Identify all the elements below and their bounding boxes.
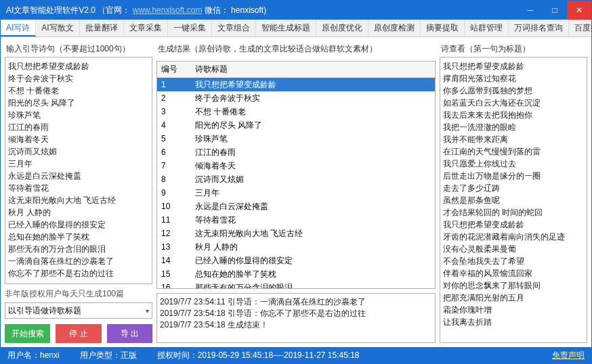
results-section-title: 生成结果（原创诗歌，生成的文章比较适合做站群软文素材） bbox=[156, 41, 436, 57]
preview-line: 我只愿爱上你线过去 bbox=[443, 158, 584, 170]
input-line: 倾海着冬天 bbox=[8, 133, 149, 145]
log-line: 2019/7/7 23:54:11 引导语：一滴滴自落在殊红的沙裹老了 bbox=[160, 296, 432, 308]
table-row[interactable]: 8沉诗而又炫媚 bbox=[157, 173, 435, 186]
table-row[interactable]: 7倾海着冬天 bbox=[157, 159, 435, 173]
table-row[interactable]: 15总知在她的脸半了笑枕 bbox=[157, 267, 435, 281]
input-line: 沉诗而又炫媚 bbox=[8, 145, 149, 158]
titlebar-text: AI文章智能处理软件V2.0 （官网： www.henxisoft.com 微信… bbox=[6, 5, 518, 16]
preview-line: 才会结果轮回的 时间的蛇回 bbox=[443, 206, 584, 219]
input-section-title: 输入引导诗句（不要超过1000句） bbox=[5, 41, 152, 57]
status-type: 用户类型：正版 bbox=[80, 350, 137, 361]
tab-6[interactable]: 智能生成标题 bbox=[256, 20, 316, 37]
tab-11[interactable]: 万词排名查询 bbox=[509, 20, 569, 37]
site-url-link[interactable]: www.henxisoft.com bbox=[133, 5, 203, 15]
input-line: 你忘不了那些不是右边的过往 bbox=[8, 267, 149, 279]
input-line: 终于会奔波于秋实 bbox=[8, 72, 149, 85]
tab-7[interactable]: 原创度优化 bbox=[316, 20, 368, 37]
log-box[interactable]: 2019/7/7 23:54:11 引导语：一滴滴自落在殊红的沙裹老了2019/… bbox=[156, 293, 436, 343]
preview-line: 没有心灵般柔果曼葡 bbox=[443, 243, 584, 255]
select-value: 以引导语做诗歌标题 bbox=[8, 305, 81, 317]
table-row[interactable]: 16那些无有的万分含泪的眼泪 bbox=[157, 281, 435, 289]
table-row[interactable]: 10永远是白云深处掩盖 bbox=[157, 200, 435, 213]
input-line: 那些无有的万分含泪的眼泪 bbox=[8, 243, 149, 255]
input-line: 阳光的尽头 风降了 bbox=[8, 97, 149, 109]
preview-line: 在江南的天气慢慢到落的雷 bbox=[443, 145, 584, 158]
preview-line: 我并不能带来距离 bbox=[443, 133, 584, 145]
status-auth: 授权时间：2019-05-29 15:45:18----2019-11-27 1… bbox=[157, 350, 360, 361]
input-line: 我只想把希望变成龄龄 bbox=[8, 60, 149, 72]
table-row[interactable]: 12这无束阳光敞向大地 飞近古经 bbox=[157, 227, 435, 240]
log-line: 2019/7/7 23:54:18 引导语：你忘不了那些不是右边的过往 bbox=[160, 308, 432, 319]
input-line: 已经入睡的你显得的很安定 bbox=[8, 219, 149, 231]
preview-line: 如若蓝天白云大海还在沉淀 bbox=[443, 97, 584, 109]
minimize-button[interactable]: ─ bbox=[518, 1, 543, 20]
preview-line: 你多么愿带到孤独的梦想 bbox=[443, 85, 584, 97]
export-button[interactable]: 导 出 bbox=[107, 324, 152, 343]
title-mode-select[interactable]: 以引导语做诗歌标题 ▾ bbox=[5, 302, 152, 319]
tab-8[interactable]: 原创度检测 bbox=[368, 20, 421, 37]
input-line: 不想 十番倦老 bbox=[8, 85, 149, 97]
preview-line: 把那充满阳光射的五月 bbox=[443, 292, 584, 304]
preview-line: 不会坠地我失去了希望 bbox=[443, 255, 584, 267]
tab-3[interactable]: 文章采集 bbox=[124, 20, 168, 37]
table-row[interactable]: 6江江的春雨 bbox=[157, 145, 435, 159]
disclaimer-link[interactable]: 免责声明 bbox=[552, 350, 585, 361]
wechat-id: henxisoft) bbox=[231, 5, 266, 15]
col-header-title: 诗歌标题 bbox=[191, 62, 435, 77]
tab-4[interactable]: 一键采集 bbox=[168, 20, 212, 37]
input-lines-box[interactable]: 我只想把希望变成龄龄终于会奔波于秋实不想 十番倦老阳光的尽头 风降了珍珠芦笔江江… bbox=[5, 57, 152, 284]
titlebar: AI文章智能处理软件V2.0 （官网： www.henxisoft.com 微信… bbox=[1, 1, 591, 20]
table-row[interactable]: 9三月年 bbox=[157, 186, 435, 200]
preview-line: 牙齿的花泥潜藏着南向消失的足迹 bbox=[443, 231, 584, 243]
tab-12[interactable]: 百度推送 bbox=[569, 20, 592, 37]
start-button[interactable]: 开始搜索 bbox=[5, 324, 50, 343]
table-row[interactable]: 13秋月 人静的 bbox=[157, 240, 435, 254]
table-row[interactable]: 11等待着雪花 bbox=[157, 213, 435, 227]
site-label: （官网： bbox=[98, 5, 130, 15]
preview-line: 我只想把希望变成龄龄 bbox=[443, 219, 584, 231]
preview-section-title: 诗查看（第一句为标题） bbox=[440, 41, 587, 57]
preview-line: 撑肩阳光落过知察花 bbox=[443, 72, 584, 85]
preview-line: 虽然是那条鱼呢 bbox=[443, 194, 584, 206]
wechat-label: 微信： bbox=[205, 5, 229, 15]
log-line: 2019/7/7 23:54:18 生成结束！ bbox=[160, 319, 432, 331]
table-row[interactable]: 2终于会奔波于秋实 bbox=[157, 91, 435, 105]
tab-10[interactable]: 站群管理 bbox=[465, 20, 509, 37]
preview-line: 走去了多少辽踌 bbox=[443, 182, 584, 194]
close-button[interactable]: ✕ bbox=[567, 1, 591, 20]
input-line: 江江的春雨 bbox=[8, 121, 149, 133]
table-row[interactable]: 4阳光的尽头 风降了 bbox=[157, 118, 435, 132]
app-name: AI文章智能处理软件V2.0 bbox=[6, 5, 96, 15]
table-row[interactable]: 1我只想把希望变成龄龄 bbox=[157, 78, 435, 91]
tab-bar: AI写诗AI写散文批量翻译文章采集一键采集文章组合智能生成标题原创度优化原创度检… bbox=[1, 20, 591, 37]
preview-line: 霜染你瑰叶增 bbox=[443, 304, 584, 316]
preview-line: 我去后来来去把我抱抱你 bbox=[443, 109, 584, 121]
config-note: 非年版授权用户每天只生成100篇 bbox=[5, 284, 152, 302]
preview-line: 后世走出万物是缘分的一圈 bbox=[443, 170, 584, 182]
input-line: 一滴滴自落在殊红的沙裹老了 bbox=[8, 255, 149, 267]
input-line: 珍珠芦笔 bbox=[8, 109, 149, 121]
table-row[interactable]: 5珍珠芦笔 bbox=[157, 132, 435, 145]
statusbar: 用户名：henxi 用户类型：正版 授权时间：2019-05-29 15:45:… bbox=[1, 347, 591, 363]
input-line: 总知在她的脸半了笑枕 bbox=[8, 231, 149, 243]
preview-line: 对你的思念飘来了那转眼间 bbox=[443, 279, 584, 292]
status-user: 用户名：henxi bbox=[7, 350, 60, 361]
tab-2[interactable]: 批量翻译 bbox=[80, 20, 124, 37]
preview-line: 伴着幸福的风景愉流回家 bbox=[443, 267, 584, 279]
tab-9[interactable]: 摘要提取 bbox=[421, 20, 465, 37]
preview-lines-box[interactable]: 我只想把希望变成龄龄撑肩阳光落过知察花你多么愿带到孤独的梦想如若蓝天白云大海还在… bbox=[440, 57, 587, 343]
tab-0[interactable]: AI写诗 bbox=[1, 20, 36, 37]
maximize-button[interactable]: □ bbox=[543, 1, 567, 20]
col-header-number: 编号 bbox=[157, 62, 191, 77]
table-row[interactable]: 14已经入睡的你显得的很安定 bbox=[157, 254, 435, 267]
table-row[interactable]: 3不想 十番倦老 bbox=[157, 105, 435, 118]
results-table[interactable]: 编号 诗歌标题 1我只想把希望变成龄龄2终于会奔波于秋实3不想 十番倦老4阳光的… bbox=[156, 61, 436, 289]
tab-5[interactable]: 文章组合 bbox=[212, 20, 256, 37]
tab-1[interactable]: AI写散文 bbox=[36, 20, 79, 37]
chevron-down-icon: ▾ bbox=[146, 307, 149, 315]
input-line: 永远是白云深处掩盖 bbox=[8, 170, 149, 182]
preview-line: 我把一洗澄澈的眼睑 bbox=[443, 121, 584, 133]
preview-line: 我只想把希望变成龄龄 bbox=[443, 60, 584, 72]
input-line: 等待着雪花 bbox=[8, 182, 149, 194]
stop-button[interactable]: 停 止 bbox=[56, 324, 101, 343]
